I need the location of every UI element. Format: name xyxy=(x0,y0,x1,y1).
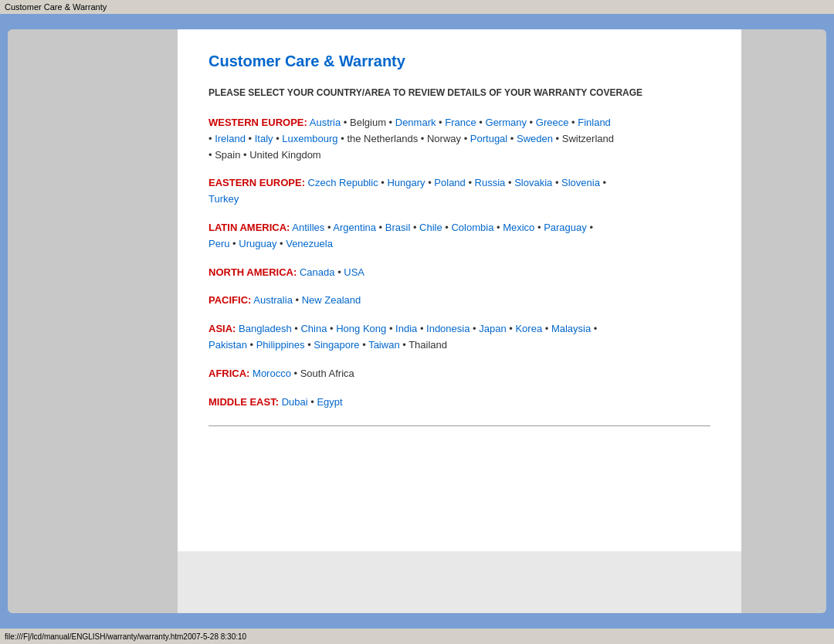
outer-container: Customer Care & Warranty PLEASE SELECT Y… xyxy=(0,14,834,629)
link-egypt[interactable]: Egypt xyxy=(317,396,342,408)
link-hungary[interactable]: Hungary xyxy=(387,177,425,188)
link-colombia[interactable]: Colombia xyxy=(451,222,493,233)
north-america-label: NORTH AMERICA: xyxy=(208,266,297,278)
link-czech-republic[interactable]: Czech Republic xyxy=(308,177,378,188)
link-turkey[interactable]: Turkey xyxy=(208,193,239,205)
africa-label: AFRICA: xyxy=(208,368,249,379)
link-australia[interactable]: Australia xyxy=(253,294,293,306)
link-portugal[interactable]: Portugal xyxy=(470,133,507,144)
link-dubai[interactable]: Dubai xyxy=(282,396,308,408)
title-bar-text: Customer Care & Warranty xyxy=(5,2,107,12)
link-morocco[interactable]: Morocco xyxy=(253,368,291,379)
link-poland[interactable]: Poland xyxy=(434,177,465,188)
right-panel xyxy=(741,29,826,613)
link-slovenia[interactable]: Slovenia xyxy=(561,177,600,188)
link-canada[interactable]: Canada xyxy=(300,266,335,278)
link-sweden[interactable]: Sweden xyxy=(517,133,553,144)
link-paraguay[interactable]: Paraguay xyxy=(544,222,587,233)
text-netherlands: the Netherlands xyxy=(347,133,418,144)
link-chile[interactable]: Chile xyxy=(419,222,442,233)
link-new-zealand[interactable]: New Zealand xyxy=(302,294,361,306)
link-brasil[interactable]: Brasil xyxy=(385,222,411,233)
subtitle: PLEASE SELECT YOUR COUNTRY/AREA TO REVIE… xyxy=(208,86,710,100)
pacific-block: PACIFIC: Australia • New Zealand xyxy=(208,293,710,309)
link-indonesia[interactable]: Indonesia xyxy=(426,323,470,334)
link-finland[interactable]: Finland xyxy=(578,117,611,128)
title-bar: Customer Care & Warranty xyxy=(0,0,834,14)
link-hong-kong[interactable]: Hong Kong xyxy=(336,323,386,334)
text-spain: Spain xyxy=(215,149,240,161)
link-italy[interactable]: Italy xyxy=(255,133,273,144)
link-philippines[interactable]: Philippines xyxy=(256,339,305,351)
text-thailand: Thailand xyxy=(409,339,447,351)
western-europe-block: WESTERN EUROPE: Austria • Belgium • Denm… xyxy=(208,115,710,163)
link-greece[interactable]: Greece xyxy=(536,117,569,128)
left-panel xyxy=(8,29,178,613)
status-bar: file:///F|/lcd/manual/ENGLISH/warranty/w… xyxy=(0,629,834,644)
text-norway: Norway xyxy=(427,133,461,144)
eastern-europe-block: EASTERN EUROPE: Czech Republic • Hungary… xyxy=(208,175,710,208)
bottom-gray-area xyxy=(178,551,741,613)
link-bangladesh[interactable]: Bangladesh xyxy=(239,323,292,334)
pacific-label: PACIFIC: xyxy=(208,294,251,306)
link-germany[interactable]: Germany xyxy=(486,117,527,128)
link-ireland[interactable]: Ireland xyxy=(215,133,246,144)
link-singapore[interactable]: Singapore xyxy=(314,339,359,351)
western-europe-label: WESTERN EUROPE: xyxy=(208,117,307,128)
link-luxembourg[interactable]: Luxembourg xyxy=(282,133,337,144)
text-belgium: Belgium xyxy=(350,117,386,128)
link-korea[interactable]: Korea xyxy=(515,323,542,334)
middle-east-block: MIDDLE EAST: Dubai • Egypt xyxy=(208,395,710,411)
link-peru[interactable]: Peru xyxy=(208,238,229,249)
link-pakistan[interactable]: Pakistan xyxy=(208,339,247,351)
link-slovakia[interactable]: Slovakia xyxy=(514,177,552,188)
link-argentina[interactable]: Argentina xyxy=(333,222,376,233)
link-uruguay[interactable]: Uruguay xyxy=(239,238,276,249)
content-area: Customer Care & Warranty PLEASE SELECT Y… xyxy=(178,29,741,551)
link-taiwan[interactable]: Taiwan xyxy=(368,339,399,351)
eastern-europe-label: EASTERN EUROPE: xyxy=(208,177,305,188)
link-mexico[interactable]: Mexico xyxy=(503,222,534,233)
asia-block: ASIA: Bangladesh • China • Hong Kong • I… xyxy=(208,321,710,354)
link-denmark[interactable]: Denmark xyxy=(395,117,436,128)
text-united-kingdom: United Kingdom xyxy=(249,149,321,161)
status-bar-text: file:///F|/lcd/manual/ENGLISH/warranty/w… xyxy=(5,632,246,641)
link-japan[interactable]: Japan xyxy=(479,323,506,334)
north-america-block: NORTH AMERICA: Canada • USA xyxy=(208,265,710,281)
latin-america-label: LATIN AMERICA: xyxy=(208,222,290,233)
link-india[interactable]: India xyxy=(395,323,417,334)
divider xyxy=(208,425,710,426)
link-antilles[interactable]: Antilles xyxy=(292,222,324,233)
text-switzerland: Switzerland xyxy=(562,133,614,144)
link-malaysia[interactable]: Malaysia xyxy=(551,323,591,334)
latin-america-block: LATIN AMERICA: Antilles • Argentina • Br… xyxy=(208,220,710,253)
middle-east-label: MIDDLE EAST: xyxy=(208,396,279,408)
asia-label: ASIA: xyxy=(208,323,236,334)
link-china[interactable]: China xyxy=(300,323,327,334)
link-russia[interactable]: Russia xyxy=(475,177,506,188)
link-usa[interactable]: USA xyxy=(344,266,364,278)
text-south-africa: South Africa xyxy=(300,368,354,379)
link-austria[interactable]: Austria xyxy=(310,117,341,128)
link-venezuela[interactable]: Venezuela xyxy=(286,238,333,249)
page-title: Customer Care & Warranty xyxy=(208,53,710,70)
africa-block: AFRICA: Morocco • South Africa xyxy=(208,366,710,382)
main-content-wrapper: Customer Care & Warranty PLEASE SELECT Y… xyxy=(178,29,741,613)
link-france[interactable]: France xyxy=(445,117,476,128)
